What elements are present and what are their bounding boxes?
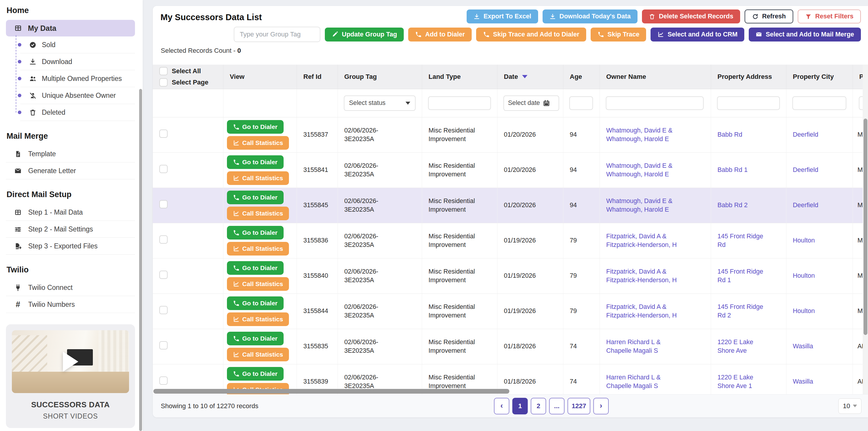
- select-all-checkbox[interactable]: [159, 67, 167, 75]
- property-address-link[interactable]: Babb Rd: [718, 131, 743, 138]
- property-address-link[interactable]: 145 Front Ridge Rd 1: [718, 268, 763, 284]
- next-page-button[interactable]: ›: [593, 398, 609, 415]
- date-filter-select[interactable]: Select date: [503, 95, 559, 111]
- call-statistics-button[interactable]: Call Statistics: [227, 277, 289, 291]
- property-city-link[interactable]: Deerfield: [793, 166, 818, 173]
- select-and-add-to-mail-merge-button[interactable]: Select and Add to Mail Merge: [749, 28, 861, 41]
- go-to-dialer-button[interactable]: Go to Dialer: [227, 226, 284, 239]
- row-checkbox[interactable]: [159, 376, 167, 385]
- go-to-dialer-button[interactable]: Go to Dialer: [227, 191, 284, 204]
- row-checkbox[interactable]: [159, 165, 167, 173]
- property-address-link[interactable]: 1220 E Lake Shore Ave 1: [718, 374, 753, 389]
- owner-name-link[interactable]: Harren Richard L & Chapelle Magali S: [607, 338, 661, 354]
- sidebar-item-unique-absentee-owner[interactable]: Unique Absentee Owner: [20, 87, 135, 104]
- call-statistics-button[interactable]: Call Statistics: [227, 312, 289, 326]
- sidebar-item-twilio-numbers[interactable]: # Twilio Numbers: [6, 296, 135, 313]
- go-to-dialer-button[interactable]: Go to Dialer: [227, 296, 284, 310]
- table-vertical-scrollbar[interactable]: [864, 119, 867, 335]
- page-button-1227[interactable]: 1227: [567, 398, 590, 415]
- skip-trace-button[interactable]: Skip Trace: [591, 28, 646, 41]
- land-type-filter-input[interactable]: [428, 96, 491, 110]
- property-address-filter-input[interactable]: [717, 96, 780, 110]
- property-city-link[interactable]: Deerfield: [793, 202, 818, 209]
- table-row: Go to Dialer Call Statistics 3155844 02/…: [153, 294, 868, 329]
- sidebar-item-step1-mail-data[interactable]: Step 1 - Mail Data: [6, 204, 135, 221]
- property-address-link[interactable]: 145 Front Ridge Rd: [718, 233, 763, 248]
- row-select-cell: [153, 329, 223, 364]
- property-address-link[interactable]: Babb Rd 1: [718, 166, 748, 173]
- select-and-add-to-crm-button[interactable]: Select and Add to CRM: [651, 28, 744, 41]
- row-checkbox[interactable]: [159, 235, 167, 244]
- page-ellipsis-button[interactable]: ...: [549, 398, 564, 415]
- owner-name-link[interactable]: Whatmough, David E & Whatmough, Harold E: [607, 127, 673, 142]
- owner-name-filter-input[interactable]: [606, 96, 704, 110]
- call-statistics-button[interactable]: Call Statistics: [227, 207, 289, 220]
- row-checkbox[interactable]: [159, 200, 167, 208]
- property-city-filter-input[interactable]: [793, 96, 846, 110]
- sidebar-item-multiple-owned-properties[interactable]: Multiple Owned Properties: [20, 70, 135, 87]
- page-button-1[interactable]: 1: [512, 398, 528, 415]
- property-city-link[interactable]: Houlton: [793, 272, 815, 279]
- sidebar-item-template[interactable]: Template: [6, 145, 135, 162]
- sidebar-item-twilio-connect[interactable]: Twilio Connect: [6, 279, 135, 296]
- age-filter-input[interactable]: [569, 96, 593, 110]
- property-address-link[interactable]: 1220 E Lake Shore Ave: [718, 338, 753, 354]
- date-filter-placeholder: Select date: [508, 99, 540, 107]
- call-statistics-button[interactable]: Call Statistics: [227, 171, 289, 185]
- property-city-link[interactable]: Wasilla: [793, 378, 813, 385]
- add-to-dialer-button[interactable]: Add to Dialer: [408, 28, 472, 41]
- go-to-dialer-button[interactable]: Go to Dialer: [227, 155, 284, 169]
- owner-name-link[interactable]: Fitzpatrick, David A & Fitzpatrick-Hende…: [607, 303, 677, 319]
- go-to-dialer-button[interactable]: Go to Dialer: [227, 332, 284, 345]
- update-group-tag-button[interactable]: Update Group Tag: [325, 28, 404, 41]
- call-statistics-button[interactable]: Call Statistics: [227, 136, 289, 150]
- sidebar-section-direct-mail-setup: Direct Mail Setup: [6, 190, 135, 199]
- call-statistics-button[interactable]: Call Statistics: [227, 242, 289, 256]
- group-tag-input[interactable]: [234, 27, 320, 42]
- sidebar-scrollbar[interactable]: [139, 89, 142, 431]
- sidebar-item-step2-mail-settings[interactable]: Step 2 - Mail Settings: [6, 221, 135, 238]
- export-to-excel-button[interactable]: Export To Excel: [467, 9, 538, 24]
- row-checkbox[interactable]: [159, 341, 167, 350]
- previous-page-button[interactable]: ‹: [494, 398, 509, 415]
- owner-name-link[interactable]: Fitzpatrick, David A & Fitzpatrick-Hende…: [607, 268, 677, 284]
- sidebar-item-generate-letter[interactable]: Generate Letter: [6, 162, 135, 179]
- call-statistics-button[interactable]: Call Statistics: [227, 348, 289, 361]
- status-filter-select[interactable]: Select status: [344, 95, 415, 111]
- property-address-link[interactable]: 145 Front Ridge Rd 2: [718, 303, 763, 319]
- page-button-2[interactable]: 2: [531, 398, 546, 415]
- page-size-select[interactable]: 10: [838, 398, 862, 414]
- row-checkbox[interactable]: [159, 271, 167, 279]
- property-address-link[interactable]: Babb Rd 2: [718, 202, 748, 209]
- row-checkbox[interactable]: [159, 306, 167, 314]
- sidebar-item-my-data[interactable]: My Data: [6, 20, 135, 36]
- property-city-cell: Houlton: [786, 294, 852, 329]
- column-header-date[interactable]: Date: [497, 65, 563, 89]
- property-city-link[interactable]: Deerfield: [793, 131, 818, 138]
- play-icon[interactable]: [63, 352, 78, 372]
- property-city-link[interactable]: Wasilla: [793, 343, 813, 350]
- go-to-dialer-button[interactable]: Go to Dialer: [227, 120, 284, 134]
- sidebar-item-step3-exported-files[interactable]: Step 3 - Exported Files: [6, 238, 135, 255]
- delete-selected-records-button[interactable]: Delete Selected Records: [642, 9, 740, 24]
- row-checkbox[interactable]: [159, 130, 167, 138]
- owner-name-link[interactable]: Whatmough, David E & Whatmough, Harold E: [607, 162, 673, 177]
- pencil-icon: [332, 31, 338, 38]
- sidebar-item-download[interactable]: Download: [20, 53, 135, 70]
- sidebar-item-deleted[interactable]: Deleted: [20, 104, 135, 121]
- download-todays-data-button[interactable]: Download Today's Data: [542, 9, 638, 24]
- skip-trace-and-add-to-dialer-button[interactable]: Skip Trace and Add to Dialer: [476, 28, 586, 41]
- property-city-link[interactable]: Houlton: [793, 237, 815, 244]
- owner-name-link[interactable]: Fitzpatrick, David A & Fitzpatrick-Hende…: [607, 233, 677, 248]
- owner-name-link[interactable]: Whatmough, David E & Whatmough, Harold E: [607, 197, 673, 213]
- owner-name-link[interactable]: Harren Richard L & Chapelle Magali S: [607, 374, 661, 389]
- reset-filters-button[interactable]: Reset Filters: [798, 9, 861, 24]
- table-horizontal-scrollbar[interactable]: [153, 389, 509, 394]
- video-thumbnail[interactable]: [12, 330, 129, 393]
- go-to-dialer-button[interactable]: Go to Dialer: [227, 367, 284, 380]
- property-city-link[interactable]: Houlton: [793, 307, 815, 314]
- refresh-button[interactable]: Refresh: [745, 9, 793, 24]
- select-page-checkbox[interactable]: [159, 78, 167, 87]
- sidebar-item-sold[interactable]: Sold: [20, 36, 135, 53]
- go-to-dialer-button[interactable]: Go to Dialer: [227, 261, 284, 275]
